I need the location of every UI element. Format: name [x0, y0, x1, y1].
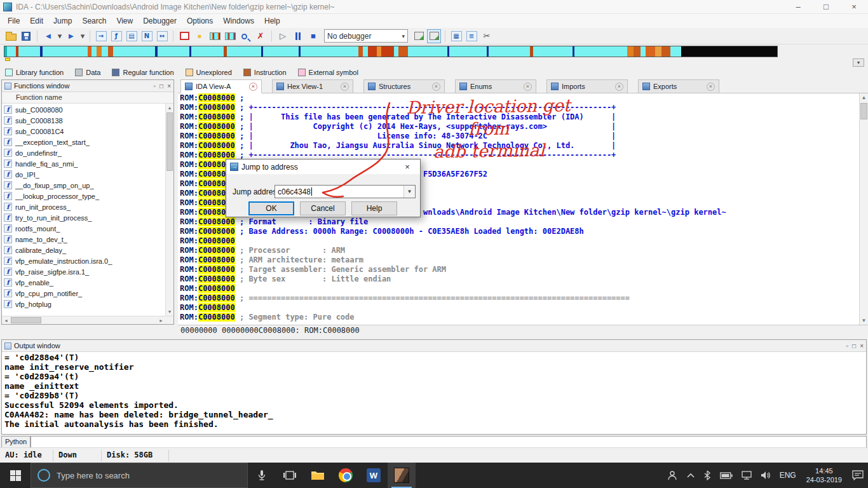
dock-window-icon[interactable]: □ [852, 342, 856, 349]
function-list-item[interactable]: f__exception_text_start_ [4, 137, 173, 147]
chevron-down-icon[interactable]: ▼ [403, 186, 415, 198]
close-tab-icon[interactable]: × [341, 83, 349, 91]
cut-icon[interactable]: ✂ [480, 29, 494, 43]
menu-item-file[interactable]: File [3, 15, 25, 27]
chrome-button[interactable] [332, 463, 360, 488]
navigate-back-icon[interactable]: ◄ [41, 29, 55, 43]
function-list-item[interactable]: frun_init_process_ [4, 201, 173, 212]
close-tab-icon[interactable]: × [707, 83, 715, 91]
forward-history-dropdown-icon[interactable]: ▾ [79, 29, 86, 43]
jump-xref-icon[interactable]: ↔ [155, 29, 169, 43]
dock-window-icon[interactable]: □ [159, 83, 163, 90]
jump-address-icon[interactable]: → [94, 29, 108, 43]
scrollbar-thumb[interactable] [11, 317, 41, 323]
disasm-line[interactable]: ROM:C0008000 [180, 236, 868, 246]
disasm-line[interactable]: ROM:C0008000 ; Target assembler: Generic… [180, 265, 868, 274]
volume-button[interactable] [756, 463, 775, 488]
start-button[interactable] [0, 463, 31, 488]
open-debug-windows-icon[interactable] [427, 29, 441, 43]
menu-item-view[interactable]: View [111, 15, 138, 27]
python-label[interactable]: Python [1, 436, 31, 448]
scrollbar-thumb[interactable] [166, 112, 173, 171]
function-list-item[interactable]: fvfp_emulate_instruction.isra.0_ [4, 255, 173, 266]
close-button[interactable]: × [840, 0, 868, 13]
tab-structures[interactable]: Structures× [363, 79, 445, 93]
menu-item-help[interactable]: Help [259, 15, 285, 27]
python-input[interactable] [31, 436, 867, 448]
people-button[interactable] [662, 463, 682, 488]
function-list-item[interactable]: fvfp_raise_sigfpe.isra.1_ [4, 266, 173, 277]
debugger-select[interactable]: No debugger▾ [324, 29, 408, 43]
menu-item-edit[interactable]: Edit [25, 15, 48, 27]
navigation-band-scale-dropdown[interactable]: ▾ [853, 58, 864, 67]
microphone-button[interactable] [248, 463, 276, 488]
bluetooth-button[interactable] [699, 463, 715, 488]
disasm-line[interactable]: ROM:C0008000 [180, 303, 868, 313]
navigation-band-small-icon[interactable] [223, 29, 237, 43]
cancel-icon[interactable]: ✗ [254, 29, 268, 43]
show-hidden-icons-button[interactable] [682, 463, 699, 488]
tab-enums[interactable]: Enums× [455, 79, 536, 93]
scroll-right-icon[interactable]: ► [157, 316, 165, 324]
function-list-item[interactable]: fvfp_cpu_pm_notifier_ [4, 288, 173, 299]
disasm-line[interactable]: ROM:C0008000 ; | Zhou Tao, Jiangsu Austr… [180, 141, 868, 151]
tab-imports[interactable]: Imports× [546, 79, 628, 93]
colors-icon[interactable]: ● [193, 29, 207, 43]
disasm-line[interactable]: ROM:C0008000 ; | This file has been gene… [180, 112, 868, 122]
strings-window-icon[interactable]: ≡ [465, 29, 478, 43]
tab-ida-view-a[interactable]: IDA View-A× [180, 79, 262, 93]
tab-exports[interactable]: Exports× [638, 79, 719, 93]
function-list-item[interactable]: fsub_C0008080 [4, 104, 173, 115]
scroll-left-icon[interactable]: ◄ [2, 316, 10, 324]
battery-button[interactable] [715, 463, 737, 488]
disasm-line[interactable]: ROM:C0008000 ; [180, 93, 868, 103]
function-list-item[interactable]: f__do_fixup_smp_on_up_ [4, 180, 173, 191]
action-center-button[interactable] [848, 463, 868, 488]
jump-segment-icon[interactable]: ▤ [125, 29, 139, 43]
function-list-item[interactable]: frootfs_mount_ [4, 223, 173, 234]
jump-name-icon[interactable]: N [140, 29, 154, 43]
clock[interactable]: 14:45 24-03-2019 [801, 463, 848, 488]
function-list-item[interactable]: fsub_C0008138 [4, 115, 173, 126]
navigation-band-icon[interactable] [208, 29, 222, 43]
maximize-button[interactable]: □ [812, 0, 840, 13]
disasm-line[interactable]: ROM:C0008000 ; Byte sex : Little endian [180, 274, 868, 284]
function-name-column-header[interactable]: Function name [2, 92, 173, 104]
function-list-item[interactable]: fhandle_fiq_as_nmi_ [4, 158, 173, 169]
start-process-icon[interactable]: ▷ [276, 29, 290, 43]
close-panel-icon[interactable]: × [860, 342, 864, 349]
language-indicator[interactable]: ENG [775, 463, 801, 488]
scroll-up-icon[interactable]: ▲ [166, 104, 173, 112]
jump-function-icon[interactable]: ƒ [109, 29, 123, 43]
disasm-line[interactable]: ROM:C0008000 ; Format : Binary file [180, 217, 868, 227]
menu-item-windows[interactable]: Windows [218, 15, 259, 27]
active-app-button[interactable] [388, 463, 416, 488]
menu-item-jump[interactable]: Jump [48, 15, 77, 27]
function-list-item[interactable]: fvfp_enable_ [4, 277, 173, 288]
function-list-item[interactable]: f__lookup_processor_type_ [4, 191, 173, 201]
function-list-item[interactable]: fvfp_hotplug [4, 299, 173, 309]
ok-button[interactable]: OK [248, 201, 294, 215]
close-tab-icon[interactable]: × [524, 83, 532, 91]
stop-process-icon[interactable]: ■ [306, 29, 320, 43]
function-list-item[interactable]: ftry_to_run_init_process_ [4, 212, 173, 223]
dialog-close-icon[interactable]: × [398, 162, 416, 172]
function-list-item[interactable]: fsub_C00081C4 [4, 126, 173, 137]
save-icon[interactable] [19, 29, 33, 43]
function-list-item[interactable]: fdo_undefinstr_ [4, 147, 173, 158]
disasm-line[interactable]: ROM:C0008000 ; Processor : ARM [180, 246, 868, 255]
functions-horizontal-scrollbar[interactable]: ◄ ► [2, 316, 173, 324]
menu-item-search[interactable]: Search [77, 15, 111, 27]
help-button[interactable]: Help [351, 201, 397, 215]
float-window-icon[interactable]: ▫ [846, 342, 849, 349]
close-panel-icon[interactable]: × [167, 83, 171, 90]
disasm-line[interactable]: ROM:C0008000 [180, 284, 868, 294]
function-list-item[interactable]: fcalibrate_delay_ [4, 245, 173, 255]
pause-process-icon[interactable] [291, 29, 305, 43]
menu-item-options[interactable]: Options [182, 15, 218, 27]
functions-vertical-scrollbar[interactable]: ▲▼ [165, 104, 173, 316]
navigate-forward-icon[interactable]: ► [64, 29, 78, 43]
close-tab-icon[interactable]: × [432, 83, 440, 91]
float-window-icon[interactable]: ▫ [154, 83, 156, 90]
close-tab-icon[interactable]: × [249, 83, 257, 91]
